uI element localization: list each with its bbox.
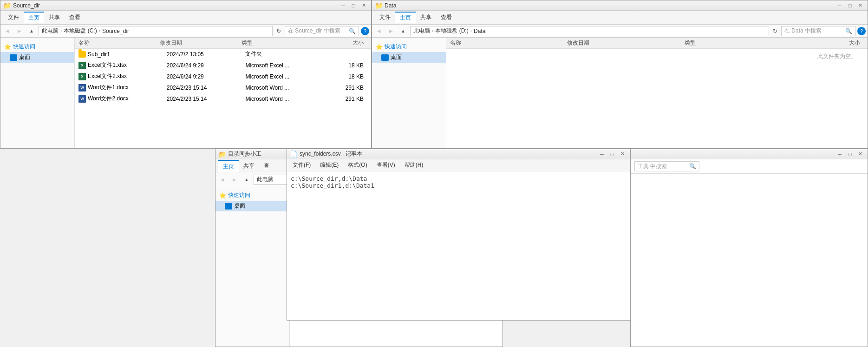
col-header-type[interactable]: 类型	[241, 39, 323, 47]
forward-button[interactable]: ▶	[229, 175, 240, 185]
notepad-menu: 文件(F) 编辑(E) 格式(O) 查看(V) 帮助(H)	[287, 159, 630, 171]
maximize-button[interactable]: □	[845, 2, 855, 9]
file-name: Word文件2.docx	[86, 95, 167, 103]
up-button[interactable]: ▲	[398, 26, 408, 36]
folder-icon	[78, 51, 86, 58]
menu-file[interactable]: 文件(F)	[291, 160, 313, 170]
tab-file[interactable]: 文件	[3, 12, 24, 23]
file-size: 291 KB	[324, 85, 367, 91]
table-row[interactable]: Sub_dir1 2024/7/2 13:05 文件夹	[75, 49, 371, 60]
tab-share[interactable]: 共享	[239, 160, 259, 172]
sidebar-item-desktop[interactable]: 桌面	[372, 52, 446, 63]
minimize-button[interactable]: ─	[835, 2, 844, 9]
table-row[interactable]: X Excel文件1.xlsx 2024/6/24 9:29 Microsoft…	[75, 60, 371, 71]
notepad-content[interactable]: c:\Source_dir,d:\Data c:\Source_dir1,d:\…	[287, 171, 630, 320]
help-button[interactable]: ?	[361, 27, 369, 35]
col-header-size[interactable]: 大小	[802, 39, 864, 47]
path-drive: 本地磁盘 (D:)	[435, 27, 468, 35]
tab-share[interactable]: 共享	[416, 12, 436, 23]
col-header-type[interactable]: 类型	[685, 39, 802, 47]
back-button[interactable]: ◀	[2, 26, 13, 36]
data-titlebar: 📁 Data ─ □ ✕	[372, 0, 868, 11]
path-computer: 此电脑	[42, 27, 59, 35]
menu-edit[interactable]: 编辑(E)	[318, 160, 340, 170]
search-box[interactable]: 工具 中搜索 🔍	[634, 161, 699, 171]
titlebar-controls: ─ □ ✕	[835, 151, 865, 158]
up-button[interactable]: ▲	[241, 175, 252, 185]
close-button[interactable]: ✕	[359, 2, 368, 9]
search-icon[interactable]: 🔍	[845, 28, 852, 34]
tab-file[interactable]: 文件	[375, 12, 395, 23]
notepad-window: 📄 sync_folders.csv - 记事本 ─ □ ✕ 文件(F) 编辑(…	[287, 149, 630, 321]
source-dir-title: Source_dir	[13, 2, 40, 9]
menu-help[interactable]: 帮助(H)	[403, 160, 425, 170]
close-button[interactable]: ✕	[855, 2, 865, 9]
up-button[interactable]: ▲	[26, 26, 37, 36]
refresh-button[interactable]: ↻	[771, 27, 779, 35]
file-size: 18 KB	[324, 73, 367, 80]
col-header-date[interactable]: 修改日期	[160, 39, 241, 47]
col-header-name[interactable]: 名称	[78, 39, 160, 47]
titlebar-controls: ─ □ ✕	[597, 151, 627, 158]
col-header-name[interactable]: 名称	[450, 39, 567, 47]
col-header-date[interactable]: 修改日期	[567, 39, 684, 47]
titlebar-controls: ─ □ ✕	[835, 2, 865, 9]
file-name: Sub_dir1	[86, 51, 167, 58]
sep1: ›	[432, 28, 433, 33]
menu-view[interactable]: 查看(V)	[375, 160, 397, 170]
quick-access-section[interactable]: ⭐ 快速访问	[0, 41, 74, 52]
maximize-button[interactable]: □	[845, 151, 855, 158]
minimize-button[interactable]: ─	[835, 151, 844, 158]
file-date: 2024/6/24 9:29	[167, 62, 246, 69]
tab-share[interactable]: 共享	[44, 12, 65, 23]
back-button[interactable]: ◀	[374, 26, 384, 36]
word-icon: W	[78, 84, 86, 92]
close-button[interactable]: ✕	[855, 151, 865, 158]
sidebar-item-desktop[interactable]: 桌面	[215, 201, 289, 211]
sidebar-item-desktop[interactable]: 桌面	[0, 52, 74, 63]
titlebar-left: 📁 Data	[375, 2, 396, 9]
minimize-button[interactable]: ─	[339, 2, 348, 9]
forward-button[interactable]: ▶	[14, 26, 25, 36]
table-row[interactable]: W Word文件1.docx 2024/2/23 15:14 Microsoft…	[75, 82, 371, 93]
maximize-button[interactable]: □	[607, 151, 617, 158]
tab-home[interactable]: 主页	[218, 160, 239, 172]
search-placeholder: 在 Source_dir 中搜索	[288, 27, 347, 35]
data-window: 📁 Data ─ □ ✕ 文件 主页 共享 查看 ◀ ▶ ▲ 此电脑 › 本地磁…	[372, 0, 868, 149]
desktop-icon	[381, 54, 389, 61]
address-path[interactable]: 此电脑 › 本地磁盘 (D:) › Data	[410, 26, 769, 36]
file-name: Excel文件2.xlsx	[86, 72, 167, 80]
tab-view[interactable]: 查	[259, 160, 274, 172]
quick-access-section[interactable]: ⭐ 快速访问	[372, 41, 446, 52]
minimize-button[interactable]: ─	[597, 151, 607, 158]
quick-access-section[interactable]: ⭐ 快速访问	[215, 190, 289, 201]
forward-button[interactable]: ▶	[386, 26, 396, 36]
address-path[interactable]: 此电脑 › 本地磁盘 (C:) › Source_dir	[39, 26, 273, 36]
file-type: Microsoft Word ...	[245, 96, 324, 102]
search-box[interactable]: 在 Source_dir 中搜索 🔍	[285, 26, 359, 36]
address-bar: ◀ ▶ ▲ 此电脑 › 本地磁盘 (C:) › Source_dir ↻ 在 S…	[0, 25, 371, 38]
col-header-size[interactable]: 大小	[323, 39, 367, 47]
search-icon[interactable]: 🔍	[349, 28, 356, 34]
tab-view[interactable]: 查看	[436, 12, 457, 23]
file-name: Excel文件1.xlsx	[86, 61, 167, 69]
back-button[interactable]: ◀	[217, 175, 228, 185]
menu-format[interactable]: 格式(O)	[346, 160, 369, 170]
tab-home[interactable]: 主页	[24, 12, 44, 23]
tab-view[interactable]: 查看	[65, 12, 85, 23]
close-button[interactable]: ✕	[618, 151, 627, 158]
help-button[interactable]: ?	[857, 27, 866, 35]
search-box[interactable]: 在 Data 中搜索 🔍	[781, 26, 855, 36]
table-row[interactable]: X Excel文件2.xlsx 2024/6/24 9:29 Microsoft…	[75, 71, 371, 82]
sep2: ›	[99, 28, 100, 33]
address-bar: ◀ ▶ ▲ 此电脑 › 本地磁盘 (D:) › Data ↻ 在 Data 中搜…	[372, 25, 868, 38]
tab-home[interactable]: 主页	[395, 12, 416, 23]
maximize-button[interactable]: □	[349, 2, 358, 9]
table-row[interactable]: W Word文件2.docx 2024/2/23 15:14 Microsoft…	[75, 93, 371, 105]
refresh-button[interactable]: ↻	[274, 27, 283, 35]
excel-icon: X	[78, 73, 86, 80]
source-dir-window: 📁 Source_dir ─ □ ✕ 文件 主页 共享 查看 ◀ ▶ ▲ 此电脑…	[0, 0, 372, 149]
search-icon[interactable]: 🔍	[689, 163, 696, 170]
file-list: 名称 修改日期 类型 大小 Sub_dir1 2024/7/2 13:05 文件…	[75, 38, 371, 148]
explorer-body: ⭐ 快速访问 桌面 名称 修改日期 类型 大小 此文件夹为空。	[372, 38, 868, 148]
